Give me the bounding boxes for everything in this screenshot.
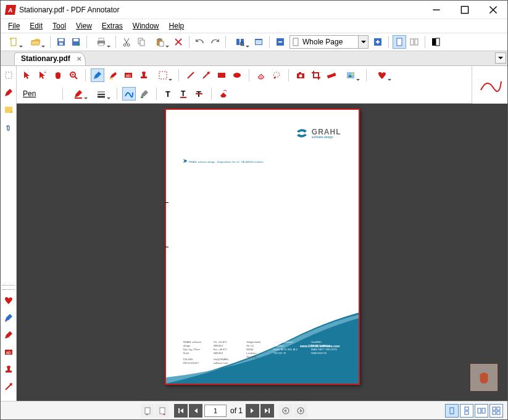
svg-point-81 (299, 75, 302, 78)
sidebar-select-icon[interactable] (2, 68, 15, 82)
save-as-button[interactable] (69, 35, 83, 49)
print-button[interactable] (91, 35, 112, 49)
svg-rect-107 (178, 408, 180, 413)
menu-tool[interactable]: Tool (48, 20, 71, 31)
maximize-button[interactable] (451, 1, 479, 19)
erase-all-button[interactable] (217, 87, 230, 101)
menubar: File Edit Tool View Extras Window Help (1, 19, 507, 33)
layout-two-up-continuous-button[interactable] (489, 404, 503, 418)
svg-line-54 (6, 384, 11, 390)
next-page-button[interactable] (246, 404, 259, 418)
rectangle-tool[interactable] (215, 68, 228, 82)
tab-stationary[interactable]: Stationary.pdf ✕ (14, 52, 86, 65)
history-back-button[interactable] (279, 404, 293, 418)
text-underline[interactable]: T (177, 87, 191, 101)
statusbar: of 1 (1, 401, 507, 419)
sidebar-pen-blue-icon[interactable] (2, 311, 15, 324)
zoom-out-button[interactable] (273, 35, 287, 49)
stamp-dropdown[interactable] (152, 68, 173, 82)
cut-button[interactable] (120, 35, 133, 49)
two-page-button[interactable] (407, 35, 421, 49)
dark-mode-button[interactable] (429, 35, 443, 49)
snapshot-tool[interactable] (294, 68, 307, 82)
ellipse-tool[interactable] (230, 68, 244, 82)
menu-edit[interactable]: Edit (25, 20, 48, 31)
delete-button[interactable] (172, 35, 185, 49)
svg-marker-116 (300, 409, 302, 413)
open-button[interactable] (25, 35, 46, 49)
sidebar-attachment-icon[interactable] (2, 120, 15, 134)
last-page-button[interactable] (260, 404, 274, 418)
image-tool[interactable] (340, 68, 361, 82)
zoom-label: Whole Page (301, 38, 358, 46)
svg-text:ab: ab (126, 73, 131, 78)
sidebar-stamp-icon[interactable] (2, 363, 15, 376)
zoom-dropdown-button[interactable] (358, 36, 368, 48)
redo-button[interactable] (208, 35, 222, 49)
crop-tool[interactable] (309, 68, 323, 82)
sidebar-arrow-icon[interactable] (2, 380, 15, 393)
sidebar-pen-red-icon[interactable] (2, 328, 15, 342)
svg-text:T: T (165, 89, 170, 99)
prev-page-button[interactable] (189, 404, 202, 418)
lasso-erase-tool[interactable] (270, 68, 283, 82)
highlighter-tool[interactable] (106, 68, 120, 82)
page-thumb-next-icon[interactable] (156, 404, 169, 418)
history-forward-button[interactable] (294, 404, 307, 418)
sidebar-heart-icon[interactable] (2, 294, 15, 307)
save-button[interactable] (54, 35, 68, 49)
current-tool-label: Pen (20, 89, 57, 98)
pressure-toggle[interactable] (138, 87, 151, 101)
paste-button[interactable] (149, 35, 170, 49)
width-picker[interactable] (91, 87, 112, 101)
line-tool[interactable] (184, 68, 198, 82)
copy-button[interactable] (135, 35, 148, 49)
layout-two-up-button[interactable] (475, 404, 488, 418)
menu-extras[interactable]: Extras (97, 20, 128, 31)
pointer-tool[interactable] (20, 68, 34, 82)
single-page-button[interactable] (393, 35, 406, 49)
undo-button[interactable] (193, 35, 207, 49)
app-icon: A (5, 5, 16, 15)
fullscreen-button[interactable] (252, 35, 265, 49)
favorite-dropdown[interactable] (372, 68, 393, 82)
sidebar-pen-icon[interactable] (2, 86, 15, 99)
color-picker[interactable] (68, 87, 89, 101)
arrow-tool[interactable] (199, 68, 213, 82)
layout-single-button[interactable] (445, 404, 459, 418)
pointer-plus-tool[interactable]: + (36, 68, 49, 82)
minimize-button[interactable] (422, 1, 451, 19)
menu-file[interactable]: File (3, 20, 25, 31)
stamp-tool[interactable] (137, 68, 151, 82)
pen-tool[interactable] (91, 68, 104, 82)
tab-close-icon[interactable]: ✕ (77, 56, 81, 62)
touch-pan-button[interactable] (470, 364, 498, 391)
eraser-tool[interactable] (254, 68, 268, 82)
zoom-in-button[interactable] (371, 35, 385, 49)
menu-view[interactable]: View (71, 20, 97, 31)
zoom-select[interactable]: Whole Page (289, 35, 369, 49)
new-doc-button[interactable] (3, 35, 24, 49)
svg-rect-124 (493, 411, 496, 414)
page-number-input[interactable] (204, 405, 227, 417)
close-button[interactable] (479, 1, 507, 19)
page-thumb-prev-icon[interactable] (141, 404, 154, 418)
sidebar-note-icon[interactable] (2, 103, 15, 117)
text-strikeout[interactable]: T (193, 87, 206, 101)
document-canvas[interactable]: GRAHL software design GRAHL software des… (17, 104, 507, 401)
menu-window[interactable]: Window (128, 20, 164, 31)
tabs-dropdown-button[interactable] (495, 52, 506, 64)
first-page-button[interactable] (174, 404, 188, 418)
find-button[interactable] (230, 35, 251, 49)
zoom-tool[interactable] (67, 68, 80, 82)
smooth-line-toggle[interactable] (122, 87, 136, 101)
pan-tool[interactable] (51, 68, 65, 82)
textbox-tool[interactable]: ab (122, 68, 135, 82)
svg-rect-40 (415, 39, 418, 45)
svg-rect-105 (160, 408, 165, 414)
sidebar-text-tool-icon[interactable]: ab (2, 345, 15, 359)
layout-continuous-button[interactable] (460, 404, 473, 418)
text-normal[interactable]: T (162, 87, 175, 101)
measure-tool[interactable] (325, 68, 338, 82)
menu-help[interactable]: Help (164, 20, 189, 31)
